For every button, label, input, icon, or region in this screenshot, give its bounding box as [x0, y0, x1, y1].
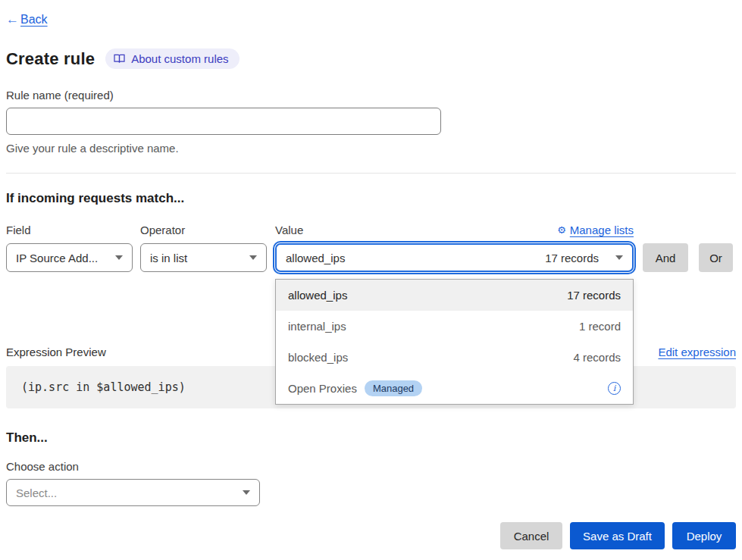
list-option-allowed-ips[interactable]: allowed_ips 17 records — [276, 280, 633, 311]
deploy-button[interactable]: Deploy — [672, 522, 736, 549]
chevron-down-icon — [115, 255, 123, 260]
value-label: Value — [275, 224, 303, 236]
save-as-draft-button[interactable]: Save as Draft — [570, 522, 665, 549]
value-select-meta: 17 records — [545, 252, 599, 264]
about-link-label: About custom rules — [131, 52, 228, 65]
rule-name-label: Rule name (required) — [6, 89, 736, 102]
rule-name-help: Give your rule a descriptive name. — [6, 142, 736, 155]
list-option-open-proxies[interactable]: Open Proxies Managed i — [276, 373, 633, 404]
list-option-name: allowed_ips — [288, 289, 347, 302]
field-label: Field — [6, 224, 133, 236]
value-dropdown-menu: allowed_ips 17 records internal_ips 1 re… — [275, 279, 634, 405]
info-icon[interactable]: i — [608, 382, 621, 395]
expression-code: (ip.src in $allowed_ips) — [21, 380, 186, 394]
chevron-down-icon — [615, 255, 623, 260]
then-section-heading: Then... — [6, 430, 736, 446]
rule-name-section: Rule name (required) Give your rule a de… — [6, 89, 736, 155]
footer-actions: Cancel Save as Draft Deploy — [6, 522, 736, 549]
chevron-down-icon — [249, 255, 257, 260]
book-icon — [114, 54, 125, 64]
action-select-placeholder: Select... — [16, 486, 57, 499]
chevron-down-icon — [243, 490, 250, 495]
rule-name-input[interactable] — [6, 108, 441, 135]
list-option-records: 4 records — [573, 351, 621, 364]
and-button[interactable]: And — [643, 243, 688, 272]
back-arrow-icon: ← — [6, 12, 19, 27]
operator-label: Operator — [140, 224, 267, 236]
page-header: Create rule About custom rules — [6, 48, 736, 69]
action-select[interactable]: Select... — [6, 479, 260, 506]
choose-action-label: Choose action — [6, 460, 736, 473]
list-option-internal-ips[interactable]: internal_ips 1 record — [276, 311, 633, 342]
operator-select[interactable]: is in list — [140, 243, 267, 272]
managed-badge: Managed — [365, 380, 422, 396]
page-title: Create rule — [6, 49, 95, 69]
list-option-records: 1 record — [579, 320, 621, 333]
value-select[interactable]: allowed_ips 17 records — [275, 243, 634, 272]
about-custom-rules-link[interactable]: About custom rules — [105, 48, 239, 69]
match-section-heading: If incoming requests match... — [6, 191, 736, 206]
gear-icon: ⚙ — [557, 224, 566, 236]
manage-lists-label: Manage lists — [570, 224, 634, 236]
field-select[interactable]: IP Source Add... — [6, 243, 133, 272]
value-label-row: Value ⚙ Manage lists — [275, 224, 634, 236]
condition-row: Field IP Source Add... Operator is in li… — [6, 224, 736, 272]
manage-lists-link[interactable]: ⚙ Manage lists — [557, 224, 634, 236]
or-button[interactable]: Or — [699, 243, 733, 272]
list-option-blocked-ips[interactable]: blocked_ips 4 records — [276, 342, 633, 373]
back-link-label: Back — [20, 13, 48, 27]
edit-expression-link[interactable]: Edit expression — [658, 346, 736, 358]
list-option-records: 17 records — [567, 289, 621, 302]
operator-select-value: is in list — [150, 252, 187, 264]
value-column: Value ⚙ Manage lists allowed_ips 17 reco… — [275, 224, 634, 272]
list-option-name: blocked_ips — [288, 351, 348, 364]
list-option-name: Open Proxies — [288, 382, 357, 395]
section-divider — [6, 173, 736, 174]
condition-connectors: And Or — [643, 243, 733, 272]
operator-column: Operator is in list — [140, 224, 267, 272]
expression-preview-label: Expression Preview — [6, 346, 106, 358]
value-select-value: allowed_ips — [286, 252, 345, 264]
cancel-button[interactable]: Cancel — [500, 522, 562, 549]
field-column: Field IP Source Add... — [6, 224, 133, 272]
field-select-value: IP Source Add... — [16, 252, 98, 264]
list-option-name: internal_ips — [288, 320, 346, 333]
back-link[interactable]: ←Back — [6, 12, 48, 27]
